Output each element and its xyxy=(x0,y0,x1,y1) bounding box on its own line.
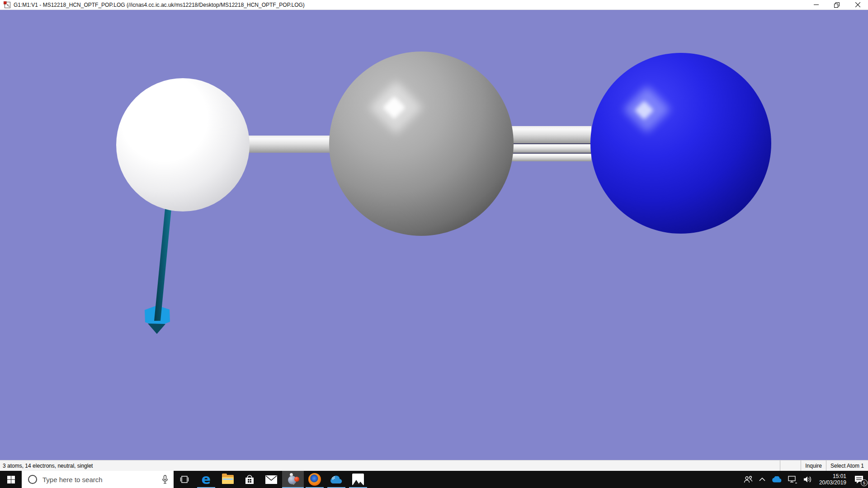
hidden-icons-button[interactable] xyxy=(756,471,769,488)
minimize-button[interactable] xyxy=(806,0,826,10)
taskbar-gaussview[interactable] xyxy=(282,471,304,488)
start-button[interactable] xyxy=(0,471,22,488)
notification-badge: 5 xyxy=(861,479,868,486)
dipole-arrow-tip xyxy=(148,324,165,334)
people-button[interactable] xyxy=(741,471,756,488)
molecule-summary: 3 atoms, 14 electrons, neutral, singlet xyxy=(0,463,780,469)
task-view-icon xyxy=(179,475,189,483)
people-icon xyxy=(744,476,753,483)
clock-date: 20/03/2019 xyxy=(819,479,846,486)
photos-icon xyxy=(352,474,364,485)
specular-highlight xyxy=(134,91,192,149)
onedrive-button[interactable] xyxy=(769,471,785,488)
status-cell-blank xyxy=(780,460,801,471)
taskbar-file-explorer[interactable] xyxy=(217,471,239,488)
atom-nitrogen[interactable] xyxy=(590,53,771,234)
taskbar-search[interactable] xyxy=(22,471,174,488)
network-button[interactable] xyxy=(785,471,800,488)
taskbar-clock[interactable]: 15:01 20/03/2019 xyxy=(816,473,850,486)
window-controls xyxy=(806,0,868,10)
action-center-button[interactable]: 5 xyxy=(850,471,868,488)
mail-icon xyxy=(265,475,277,484)
taskbar-firefox[interactable] xyxy=(304,471,326,488)
molecule-viewport[interactable] xyxy=(0,10,868,460)
taskbar-photos[interactable] xyxy=(347,471,369,488)
cloud-app-icon xyxy=(330,475,343,484)
bond-c-n-triple-2[interactable] xyxy=(509,144,591,153)
network-icon xyxy=(788,476,797,483)
file-explorer-icon xyxy=(222,475,234,484)
search-input[interactable] xyxy=(42,476,156,483)
taskbar-store[interactable] xyxy=(239,471,260,488)
gaussview-window: G1:M1:V1 - MS12218_HCN_OPTF_POP.LOG (//i… xyxy=(0,0,868,488)
dipole-shaft xyxy=(154,204,172,321)
bond-c-n-triple-1[interactable] xyxy=(509,126,591,143)
taskbar-task-view[interactable] xyxy=(174,471,195,488)
taskbar-cloud-app[interactable] xyxy=(326,471,347,488)
status-mode: Inquire xyxy=(801,460,826,471)
atom-carbon[interactable] xyxy=(329,52,514,236)
bond-c-n-triple-3[interactable] xyxy=(509,154,591,161)
taskbar-empty-space xyxy=(369,471,741,488)
status-selection: Select Atom 1 xyxy=(826,460,868,471)
windows-taskbar: e xyxy=(0,471,868,488)
onedrive-cloud-icon xyxy=(772,476,782,483)
bond-h-c-single[interactable] xyxy=(246,136,335,153)
microphone-icon[interactable] xyxy=(162,475,168,484)
windows-logo-icon xyxy=(7,476,15,483)
gaussview-document-icon xyxy=(4,1,11,9)
system-tray: 15:01 20/03/2019 5 xyxy=(741,471,868,488)
edge-icon: e xyxy=(202,473,211,486)
close-button[interactable] xyxy=(847,0,868,10)
chevron-up-icon xyxy=(759,478,765,481)
gaussview-icon xyxy=(286,473,300,486)
window-title: G1:M1:V1 - MS12218_HCN_OPTF_POP.LOG (//i… xyxy=(14,2,305,8)
atom-hydrogen[interactable] xyxy=(116,78,250,211)
store-icon xyxy=(244,474,255,485)
title-bar[interactable]: G1:M1:V1 - MS12218_HCN_OPTF_POP.LOG (//i… xyxy=(0,0,868,10)
taskbar-edge[interactable]: e xyxy=(195,471,217,488)
restore-button[interactable] xyxy=(826,0,847,10)
status-bar: 3 atoms, 14 electrons, neutral, singlet … xyxy=(0,460,868,471)
clock-time: 15:01 xyxy=(819,473,846,479)
volume-icon xyxy=(803,476,812,483)
taskbar-mail[interactable] xyxy=(260,471,282,488)
cortana-icon xyxy=(28,475,37,484)
firefox-icon xyxy=(308,473,321,486)
volume-button[interactable] xyxy=(800,471,816,488)
